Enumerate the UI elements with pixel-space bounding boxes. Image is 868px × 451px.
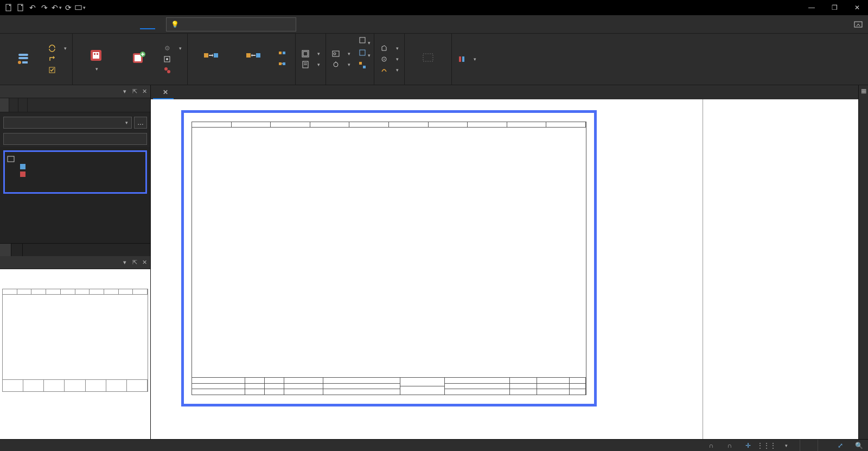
subtab-devices[interactable] [18, 98, 28, 112]
svg-point-34 [334, 53, 336, 55]
menu-devices[interactable] [79, 20, 94, 29]
svg-rect-43 [423, 54, 433, 61]
value-input[interactable] [3, 133, 147, 145]
symbol-button[interactable]: ▾ [329, 60, 353, 69]
sync-project-button[interactable] [191, 36, 231, 82]
insert-center-icon[interactable]: ▦ [861, 87, 866, 94]
panel-dropdown-icon[interactable]: ▾ [121, 259, 129, 266]
outline-extrusion-button[interactable]: ▾ [378, 43, 401, 53]
subtab-pages[interactable] [0, 98, 9, 112]
sync-system-button[interactable] [276, 60, 292, 69]
preview-canvas[interactable] [0, 269, 150, 439]
project-tree[interactable] [3, 150, 147, 194]
form-button[interactable]: ▾ [299, 60, 322, 69]
doc-tab[interactable]: ✕ [153, 86, 174, 99]
generate-button[interactable]: ▾ [455, 54, 478, 64]
subtab-layout[interactable] [9, 98, 18, 112]
tree-item-2[interactable] [7, 170, 143, 178]
update-button[interactable] [46, 54, 69, 64]
pages-panel-header[interactable]: ▾ ⇱ ✕ [0, 85, 150, 98]
menu-tools[interactable] [110, 20, 125, 29]
tab-tree[interactable] [0, 244, 11, 256]
svg-rect-25 [283, 52, 285, 54]
app-icon[interactable]: ▾ [75, 2, 86, 13]
symbol-library-button[interactable]: ▾ [329, 49, 353, 59]
page-icon [19, 171, 27, 177]
grid-dropdown-icon[interactable]: ▾ [781, 441, 791, 450]
menu-edit[interactable] [49, 20, 64, 29]
management-button[interactable] [3, 36, 43, 82]
zoom-icon[interactable]: 🔍 [854, 441, 864, 450]
svg-rect-5 [18, 57, 28, 59]
symbol-icon-1[interactable]: ▾ [358, 36, 371, 46]
menu-preplanning[interactable] [125, 20, 140, 29]
new-icon[interactable] [3, 2, 14, 13]
placeholder-button[interactable] [161, 54, 184, 64]
form-copper-button[interactable]: ▾ [378, 65, 401, 75]
ribbon: ▾ ▾ ⚙▾ [0, 34, 868, 85]
synchronize-button[interactable]: ▾ [46, 43, 69, 53]
menu-view[interactable] [64, 20, 79, 29]
collection-button[interactable] [161, 65, 184, 75]
title-block [192, 377, 586, 395]
generate-auto-button[interactable]: ⚙▾ [161, 43, 184, 53]
tab-close-icon[interactable]: ✕ [163, 88, 168, 96]
navigator-button[interactable]: ▾ [76, 36, 116, 82]
preview-panel-header[interactable]: ▾ ⇱ ✕ [0, 256, 150, 269]
symbol-icon-2[interactable]: ▾ [358, 48, 371, 59]
snap-icon-1[interactable]: ∩ [706, 441, 716, 450]
symbol-icon-3[interactable] [358, 61, 371, 71]
complete-project-button[interactable] [276, 49, 292, 59]
outline-nc-button[interactable]: ▾ [378, 54, 401, 64]
zoom-fit-icon[interactable]: ⤢ [835, 441, 845, 450]
panel-dropdown-icon[interactable]: ▾ [121, 88, 129, 95]
svg-rect-4 [18, 54, 28, 56]
drawing-canvas[interactable] [151, 99, 858, 439]
plotframe-button[interactable]: ▾ [299, 49, 322, 59]
panel-close-icon[interactable]: ✕ [141, 259, 148, 266]
close-window-button[interactable]: ✕ [850, 2, 865, 13]
menu-file[interactable] [3, 20, 18, 29]
pin-icon[interactable]: ⇱ [131, 88, 138, 95]
snap-icon-2[interactable]: ∩ [725, 441, 735, 450]
redo-icon[interactable]: ↷ [39, 2, 50, 13]
create-button[interactable] [118, 36, 158, 82]
tree-item-1[interactable] [7, 163, 143, 170]
svg-rect-48 [20, 171, 25, 177]
tree-list-tabs [0, 243, 150, 256]
menu-home[interactable] [18, 20, 34, 29]
filter-more-button[interactable]: … [134, 117, 147, 129]
drawing-frame [181, 110, 597, 406]
svg-rect-45 [462, 56, 464, 62]
complete-button[interactable] [46, 65, 69, 75]
menu-bar: 💡 [0, 15, 868, 34]
update-project-button[interactable] [233, 36, 273, 82]
ribbon-group-macros: ▾ ⚙▾ [73, 34, 188, 85]
minimize-button[interactable]: — [804, 2, 819, 13]
new2-icon[interactable] [15, 2, 26, 13]
menu-masterdata[interactable] [140, 20, 155, 29]
logic-status[interactable] [818, 440, 827, 451]
right-strip[interactable]: ▦ [858, 85, 868, 439]
collapse-ribbon-icon[interactable] [853, 19, 864, 30]
panel-close-icon[interactable]: ✕ [141, 88, 148, 95]
pin-icon[interactable]: ⇱ [131, 259, 138, 266]
tab-list[interactable] [11, 244, 23, 256]
undo-drop-icon[interactable]: ↶▾ [51, 2, 62, 13]
page-icon [19, 163, 27, 170]
maximize-button[interactable]: ❐ [827, 2, 842, 13]
svg-rect-39 [359, 62, 362, 65]
status-bar: ∩ ∩ ✛ ⋮⋮⋮ ▾ ⤢ 🔍 [0, 439, 868, 451]
grid-status[interactable] [800, 440, 809, 451]
filter-select[interactable]: ▾ [3, 117, 132, 129]
grid-icon[interactable]: ⋮⋮⋮ [762, 441, 771, 450]
undo-icon[interactable]: ↶ [27, 2, 38, 13]
snap-icon-3[interactable]: ✛ [743, 441, 753, 450]
tree-root[interactable] [7, 155, 143, 163]
svg-rect-21 [214, 53, 218, 58]
menu-insert[interactable] [34, 20, 49, 29]
svg-rect-24 [279, 52, 282, 54]
refresh-icon[interactable]: ⟳ [63, 2, 74, 13]
ribbon-search[interactable]: 💡 [166, 17, 296, 31]
menu-connections[interactable] [94, 20, 110, 29]
